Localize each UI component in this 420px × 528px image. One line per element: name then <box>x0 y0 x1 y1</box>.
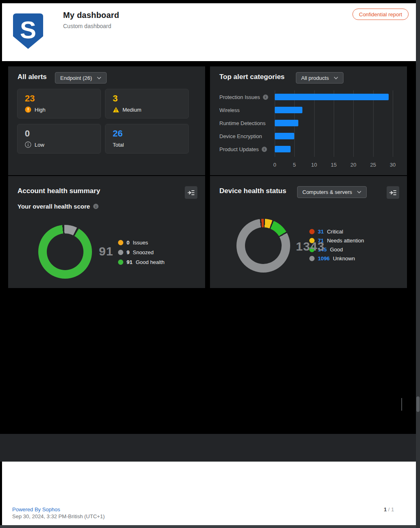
page-title: My dashboard <box>63 11 119 20</box>
legend-item: 31Critical <box>309 227 364 236</box>
alerts-scope-value: Endpoint (26) <box>60 75 92 81</box>
bar <box>275 120 298 126</box>
page-subtitle: Custom dashboard <box>63 23 119 29</box>
bar-category-label: Runtime Detections <box>219 117 274 130</box>
x-axis-tick-label: 25 <box>370 162 376 168</box>
low-alerts-tile: 0 Low <box>17 124 101 154</box>
legend-label: Good <box>330 246 343 253</box>
report-header: S My dashboard Custom dashboard Confiden… <box>2 3 416 61</box>
page-total: / 1 <box>387 506 394 513</box>
bar-chart-x-axis: 051015202530 <box>275 162 393 168</box>
account-health-donut-chart <box>38 225 92 279</box>
legend-label: Good health <box>136 259 164 265</box>
gridline <box>393 90 393 157</box>
high-alerts-count: 23 <box>25 93 35 104</box>
all-alerts-panel: All alerts Endpoint (26) 23 High 3 Mediu… <box>8 66 205 175</box>
bar-track <box>275 107 393 113</box>
medium-alerts-tile: 3 Medium <box>105 89 189 119</box>
legend-item: 1096Unknown <box>309 254 364 263</box>
legend-value: 91 <box>127 259 132 265</box>
device-health-donut-chart <box>236 219 290 273</box>
high-alerts-label: High <box>35 107 46 113</box>
account-health-title: Account health summary <box>18 187 100 195</box>
x-axis-tick-label: 5 <box>293 162 296 168</box>
bar-chart-row: Product Updatesi <box>219 143 393 156</box>
total-alerts-tile: 26 Total <box>105 124 189 154</box>
high-alerts-tile: 23 High <box>17 89 101 119</box>
account-health-score: 91 <box>99 244 113 258</box>
x-axis-tick-label: 30 <box>390 162 396 168</box>
total-alerts-count: 26 <box>113 128 122 139</box>
legend-value: 1096 <box>318 255 330 262</box>
products-filter-value: All products <box>301 75 329 81</box>
legend-value: 9 <box>127 249 129 255</box>
top-alert-categories-title: Top alert categories <box>219 73 284 81</box>
legend-label: Snoozed <box>133 249 153 255</box>
alerts-scope-dropdown[interactable]: Endpoint (26) <box>55 72 107 84</box>
legend-label: Needs attention <box>327 238 364 244</box>
x-axis-tick-label: 15 <box>331 162 337 168</box>
scrollbar-track[interactable] <box>416 0 420 528</box>
products-filter-dropdown[interactable]: All products <box>296 72 343 84</box>
chevron-down-icon <box>357 191 361 194</box>
powered-by-sophos-link[interactable]: Powered By Sophos <box>12 506 60 513</box>
legend-label: Issues <box>133 240 148 246</box>
bar <box>275 133 294 139</box>
svg-text:S: S <box>20 16 36 44</box>
legend-label: Critical <box>327 229 343 235</box>
legend-item: 0Issues <box>118 238 164 247</box>
device-type-dropdown[interactable]: Computers & servers <box>297 186 367 198</box>
legend-item: 9Snoozed <box>118 247 164 257</box>
info-icon[interactable]: i <box>262 147 267 152</box>
bar-chart-row: Runtime Detections <box>219 117 393 130</box>
x-axis-tick-label: 20 <box>350 162 356 168</box>
chevron-down-icon <box>97 77 101 79</box>
account-health-legend: 0Issues9Snoozed91Good health <box>118 238 164 267</box>
device-health-title: Device health status <box>219 187 286 195</box>
sophos-logo-icon: S <box>11 12 45 51</box>
scrollbar-thumb[interactable] <box>416 396 420 412</box>
device-total-count: 1343 <box>296 240 325 253</box>
info-icon[interactable]: i <box>93 204 98 209</box>
inner-scrollbar[interactable] <box>401 398 402 411</box>
legend-value: 31 <box>318 229 324 235</box>
device-health-panel: Device health status Computers & servers… <box>210 176 407 288</box>
bar-category-label: Device Encryption <box>219 130 274 143</box>
bar-track <box>275 94 393 100</box>
low-alerts-label: Low <box>35 142 44 148</box>
legend-value: 0 <box>127 240 129 246</box>
bar-track <box>275 120 393 126</box>
legend-item: 91Good health <box>118 257 164 267</box>
page-bottom-band <box>0 434 420 462</box>
bar-chart-row: Device Encryption <box>219 130 393 143</box>
high-alert-icon <box>25 106 31 113</box>
legend-dot-icon <box>118 240 123 245</box>
go-to-details-icon <box>389 190 396 196</box>
legend-dot-icon <box>309 256 315 261</box>
legend-dot-icon <box>118 250 123 255</box>
account-health-panel: Account health summary Your overall heal… <box>8 176 205 288</box>
bar-category-label: Product Updatesi <box>219 143 274 156</box>
low-alert-icon <box>25 141 31 148</box>
confidential-report-button[interactable]: Confidential report <box>352 9 409 20</box>
bottom-border <box>0 525 420 528</box>
bar <box>275 146 291 152</box>
total-alerts-label: Total <box>113 142 124 148</box>
medium-alert-icon <box>113 107 119 113</box>
device-health-drilldown-button[interactable] <box>387 186 399 199</box>
bar-chart-row: Wireless <box>219 103 393 117</box>
go-to-details-icon <box>188 190 195 196</box>
x-axis-tick-label: 0 <box>273 162 276 168</box>
health-score-heading: Your overall health score <box>18 203 90 210</box>
bar-track <box>275 146 393 152</box>
report-timestamp: Sep 30, 2024, 3:32 PM-British (UTC+1) <box>12 513 105 519</box>
legend-dot-icon <box>118 260 123 265</box>
info-icon[interactable]: i <box>263 95 268 100</box>
chevron-down-icon <box>334 77 338 79</box>
medium-alerts-label: Medium <box>122 107 141 113</box>
device-type-value: Computers & servers <box>302 189 352 195</box>
x-axis-tick-label: 10 <box>311 162 317 168</box>
top-border <box>0 0 420 3</box>
account-health-drilldown-button[interactable] <box>185 186 197 199</box>
legend-dot-icon <box>309 229 315 234</box>
